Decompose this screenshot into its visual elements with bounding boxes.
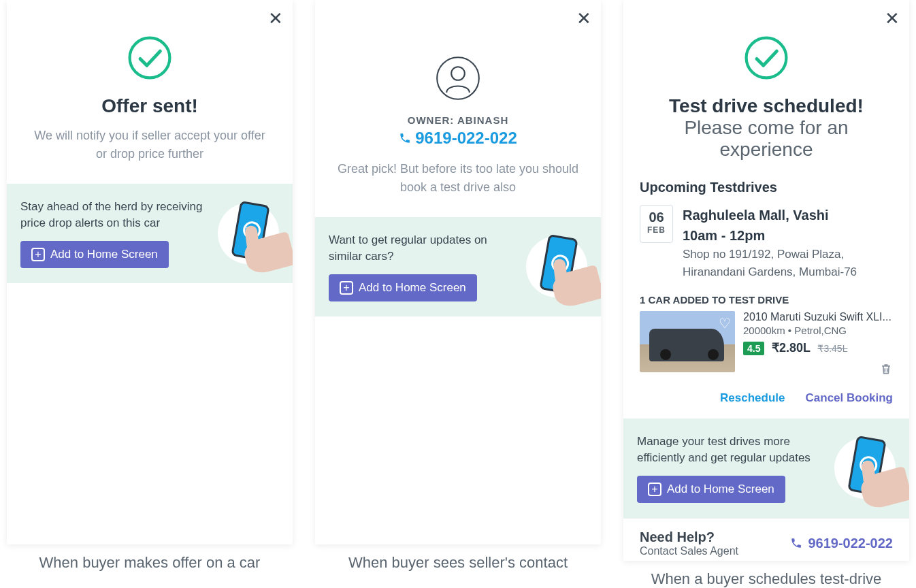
close-icon[interactable]: ✕ (268, 10, 283, 27)
promo-text: Stay ahead of the herd by receiving pric… (20, 199, 210, 231)
owner-label: OWNER: ABINASH (336, 114, 580, 126)
add-to-home-button[interactable]: + Add to Home Screen (20, 241, 169, 268)
phone-illustration (218, 203, 279, 264)
promo-text: Manage your test drives more efficiently… (637, 434, 826, 466)
hero: Offer sent! We will notify you if seller… (7, 0, 293, 184)
phone-illustration (526, 236, 587, 297)
testdrive-address: Shop no 191/192, Powai Plaza, Hiranandan… (683, 246, 893, 280)
plus-icon: + (31, 248, 45, 261)
reschedule-link[interactable]: Reschedule (720, 391, 785, 405)
promo-banner: Manage your test drives more efficiently… (623, 419, 909, 518)
check-circle-icon (126, 34, 174, 82)
phone-illustration (834, 438, 896, 499)
help-title: Need Help? (640, 529, 738, 545)
caption-b: When buyer sees seller's contact (315, 554, 601, 572)
svg-point-0 (130, 38, 170, 78)
cancel-booking-link[interactable]: Cancel Booking (806, 391, 893, 405)
plus-icon: + (648, 483, 661, 496)
add-to-home-button[interactable]: + Add to Home Screen (329, 274, 477, 301)
test-drive-card: ✕ Test drive scheduled! Please come for … (623, 0, 909, 561)
car-title: 2010 Maruti Suzuki Swift XLI... (743, 311, 892, 323)
test-drive-title: Test drive scheduled! Please come for an… (644, 95, 889, 161)
testdrive-row: 06 FEB Raghuleela Mall, Vashi 10am - 12p… (623, 205, 909, 290)
date-box: 06 FEB (640, 205, 673, 243)
promo-text: Want to get regular updates on similar c… (329, 232, 518, 265)
booking-actions: Reschedule Cancel Booking (623, 379, 909, 419)
testdrive-place: Raghuleela Mall, Vashi (683, 205, 893, 225)
svg-point-1 (437, 57, 479, 99)
owner-phone-link[interactable]: 9619-022-022 (399, 129, 517, 148)
car-info: 2010 Maruti Suzuki Swift XLI... 20000km … (743, 311, 892, 372)
help-row: Need Help? Contact Sales Agent 9619-022-… (623, 518, 909, 561)
check-circle-icon (742, 34, 790, 82)
testdrive-info: Raghuleela Mall, Vashi 10am - 12pm Shop … (683, 205, 893, 280)
help-phone-link[interactable]: 9619-022-022 (790, 536, 893, 551)
hero: OWNER: ABINASH 9619-022-022 Great pick! … (315, 0, 601, 217)
car-old-price: ₹3.45L (817, 343, 847, 354)
upcoming-testdrives-heading: Upcoming Testdrives (623, 177, 909, 205)
promo-banner: Want to get regular updates on similar c… (315, 217, 601, 316)
phone-number: 9619-022-022 (415, 129, 517, 148)
date-month: FEB (647, 225, 666, 235)
add-to-home-button[interactable]: + Add to Home Screen (637, 476, 785, 503)
svg-point-2 (451, 67, 465, 80)
user-icon (434, 54, 482, 102)
title-bold: Test drive scheduled! (669, 95, 864, 116)
car-row: ♡ 2010 Maruti Suzuki Swift XLI... 20000k… (623, 311, 909, 379)
phone-icon (790, 537, 802, 549)
plus-icon: + (340, 281, 353, 295)
seller-contact-card: ✕ OWNER: ABINASH 9619-022-022 Great pick… (315, 0, 601, 544)
close-icon[interactable]: ✕ (885, 10, 900, 27)
testdrive-time: 10am - 12pm (683, 225, 893, 246)
caption-c: When a buyer schedules test-drive (623, 570, 909, 588)
caption-a: When buyer makes offer on a car (7, 554, 293, 572)
cars-added-label: 1 CAR ADDED TO TEST DRIVE (623, 290, 909, 311)
hero: Test drive scheduled! Please come for an… (623, 0, 909, 177)
svg-point-3 (747, 38, 787, 78)
close-icon[interactable]: ✕ (576, 10, 591, 27)
button-label: Add to Home Screen (667, 483, 774, 496)
car-meta: 20000km • Petrol,CNG (743, 325, 892, 336)
phone-icon (399, 132, 411, 144)
car-price: ₹2.80L (772, 341, 811, 355)
contact-subtitle: Great pick! But before its too late you … (336, 160, 580, 197)
button-label: Add to Home Screen (50, 248, 158, 261)
offer-sent-subtitle: We will notify you if seller accept your… (27, 127, 272, 163)
help-phone-number: 9619-022-022 (808, 536, 893, 551)
title-light: Please come for an experience (684, 117, 848, 160)
help-subtitle: Contact Sales Agent (640, 545, 738, 557)
date-day: 06 (647, 210, 666, 225)
trash-icon[interactable] (879, 362, 893, 379)
offer-sent-title: Offer sent! (27, 95, 272, 117)
car-image: ♡ (640, 311, 735, 372)
promo-banner: Stay ahead of the herd by receiving pric… (7, 184, 293, 283)
offer-sent-card: ✕ Offer sent! We will notify you if sell… (7, 0, 293, 544)
button-label: Add to Home Screen (359, 281, 466, 295)
rating-badge: 4.5 (743, 342, 764, 355)
heart-icon[interactable]: ♡ (719, 315, 731, 331)
